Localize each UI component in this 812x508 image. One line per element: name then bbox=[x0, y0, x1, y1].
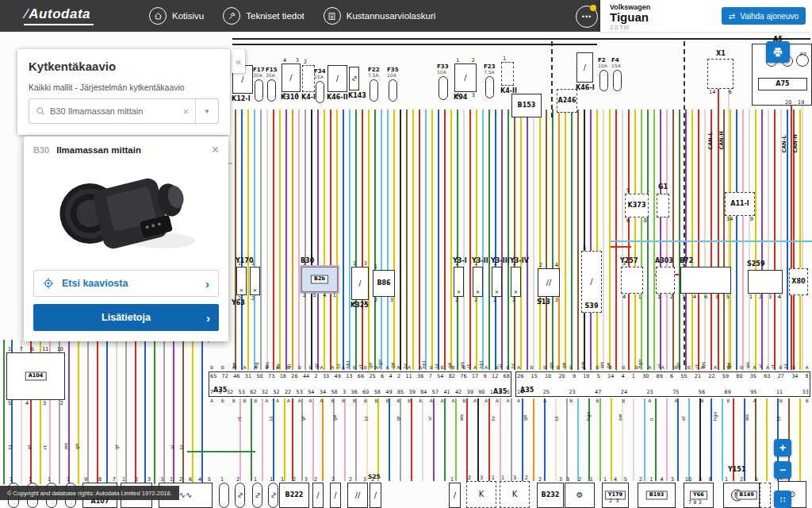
component-F2|10A[interactable]: F210A bbox=[599, 70, 608, 91]
component-ignition-coil-2[interactable]: 132K bbox=[500, 481, 530, 508]
component-F4|15A[interactable]: F415A bbox=[613, 70, 622, 91]
component-B153[interactable]: B153 bbox=[511, 94, 542, 117]
component-B30[interactable]: B3032541B2b bbox=[301, 267, 338, 292]
rly-symbol: ∕ bbox=[464, 74, 466, 82]
component-A303[interactable]: A30312 bbox=[656, 267, 675, 294]
component-connector-1[interactable]: 1 bbox=[219, 483, 229, 508]
component-K46-I[interactable]: K46-I∕ bbox=[576, 52, 593, 83]
diagram-label: gn bbox=[368, 362, 373, 368]
diagram-label: vi bbox=[498, 364, 503, 368]
component-K4-II[interactable]: K4-II1 bbox=[501, 62, 514, 86]
wire bbox=[666, 110, 668, 370]
pin-row: AABBBAABBABB bbox=[517, 398, 809, 403]
component-switch-1[interactable]: 2∕ bbox=[312, 483, 324, 508]
search-dropdown-icon[interactable]: ▼ bbox=[195, 99, 218, 123]
component-B72[interactable]: B72214635 bbox=[680, 267, 731, 294]
component-label: F3415A bbox=[314, 69, 326, 80]
component-ignition-coil-1[interactable]: 231K bbox=[466, 481, 496, 508]
component-X1[interactable]: 146 bbox=[707, 59, 733, 89]
component-F34|15A[interactable]: F3415A bbox=[316, 81, 324, 103]
diagram-label: sw bbox=[618, 414, 622, 421]
component-sensor-1[interactable]: 2∿ bbox=[235, 483, 245, 508]
component-A35[interactable]: A356572463150731826442334913662564211367… bbox=[209, 371, 511, 397]
component-K310[interactable]: K3104321∕ bbox=[282, 64, 301, 92]
component-label: A303 bbox=[655, 258, 673, 264]
diagram-label: br bbox=[403, 364, 408, 368]
pin-row: 132 bbox=[501, 475, 528, 481]
nav-item-technical[interactable]: Tekniset tiedot bbox=[223, 7, 304, 25]
component-K46-II[interactable]: K46-II∕ bbox=[327, 65, 347, 92]
component-K325[interactable]: K3251342∕ bbox=[351, 267, 369, 300]
component-K143[interactable]: K143∿ bbox=[349, 67, 359, 90]
component-A11-I[interactable]: A11-I349 bbox=[725, 192, 755, 216]
component-S25[interactable]: 2∕ bbox=[370, 483, 381, 508]
diagram-label: hgn bbox=[586, 412, 591, 421]
component-F17|30A[interactable]: F1730A bbox=[255, 79, 263, 102]
component-switch-4[interactable]: 1∕ bbox=[449, 483, 461, 508]
component-Y3-IV[interactable]: Y3-IV12× bbox=[511, 267, 521, 297]
wire bbox=[192, 340, 193, 484]
pin-row: 6572463150731826442334913662564211367548… bbox=[210, 374, 510, 379]
component-switch-3[interactable]: 23∕∕ bbox=[347, 483, 368, 508]
component-S259[interactable]: S2591234 bbox=[748, 270, 783, 294]
component-F23|7,5A[interactable]: F237,5A bbox=[485, 76, 494, 98]
wire bbox=[477, 398, 479, 481]
component-X80[interactable]: X80 bbox=[789, 268, 808, 295]
autodata-logo[interactable]: ∕Autodata bbox=[24, 6, 94, 25]
component-Y151[interactable]: 125B149M bbox=[723, 483, 760, 508]
clear-search-icon[interactable]: × bbox=[176, 106, 195, 117]
component-F33|10A[interactable]: F3310A bbox=[439, 76, 448, 100]
component-sublabel: B149 bbox=[736, 491, 757, 499]
component-K4-I[interactable]: K4-I2 bbox=[302, 65, 315, 92]
component-A246[interactable]: A246 bbox=[557, 89, 577, 113]
component-B232[interactable]: B23223 bbox=[537, 483, 564, 508]
component-A75[interactable]: A75 bbox=[758, 78, 807, 90]
component-Y170[interactable]: Y17012× bbox=[236, 267, 247, 295]
component-S39[interactable]: S3951∕ bbox=[581, 251, 602, 313]
wire bbox=[766, 398, 768, 481]
zoom-out-button[interactable]: − bbox=[774, 461, 791, 479]
component-B86[interactable]: B86123 bbox=[373, 270, 395, 297]
component-K94[interactable]: K941243∕ bbox=[454, 64, 477, 92]
component-A104[interactable]: 17611105432A104∕ bbox=[6, 352, 65, 400]
print-button[interactable] bbox=[766, 41, 790, 63]
change-vehicle-button[interactable]: ⇄ Vaihda ajoneuvo bbox=[722, 7, 806, 25]
nav-item-home[interactable]: Kotisivu bbox=[149, 7, 204, 25]
diagram-label: li bbox=[649, 418, 654, 421]
more-details-button[interactable]: Lisätietoja › bbox=[33, 304, 219, 331]
component-Y3-III[interactable]: Y3-III12× bbox=[492, 267, 502, 297]
wire bbox=[799, 398, 801, 481]
component-G1[interactable] bbox=[657, 194, 669, 217]
component-A35-right[interactable]: A352615102091951441308965521225980356327… bbox=[515, 371, 810, 397]
panel-collapse-button[interactable]: « bbox=[232, 49, 245, 73]
component-sensor-3[interactable]: 1∿ bbox=[268, 483, 278, 508]
diagram-label: rt bbox=[43, 445, 48, 449]
zoom-in-button[interactable]: + bbox=[774, 439, 791, 456]
wire bbox=[551, 41, 553, 117]
component-K373[interactable]: K373568 bbox=[625, 194, 649, 217]
diagram-label: gr bbox=[301, 416, 305, 421]
pin-row: 43 bbox=[456, 93, 475, 98]
component-Y3-I[interactable]: Y3-I12× bbox=[454, 267, 464, 297]
find-in-diagram-button[interactable]: Etsi kaaviosta › bbox=[33, 270, 219, 297]
component-connector-2[interactable] bbox=[760, 483, 771, 508]
component-F35|10A[interactable]: F3510A bbox=[389, 79, 397, 102]
logo-text: Autodata bbox=[29, 6, 90, 21]
component-throttle-actuator[interactable]: 321⚙ bbox=[565, 483, 595, 508]
component-B193[interactable]: 2143B193 bbox=[638, 483, 676, 508]
component-Y63[interactable]: 12× bbox=[250, 267, 260, 295]
pan-button[interactable]: ∷ bbox=[774, 491, 791, 508]
component-switch-2[interactable]: 2∕ bbox=[330, 483, 341, 508]
component-Y179[interactable]: 145Y179 bbox=[602, 483, 629, 508]
component-Y257[interactable]: Y257341 bbox=[621, 267, 643, 294]
close-icon[interactable]: × bbox=[212, 144, 219, 156]
component-S13[interactable]: S132413∕∕ bbox=[538, 268, 560, 297]
wire bbox=[336, 110, 338, 370]
component-F22|7,5A[interactable]: F227,5A bbox=[370, 79, 378, 102]
component-B222[interactable]: B222123 bbox=[279, 483, 309, 508]
component-F15|30A[interactable]: F1530A bbox=[267, 79, 276, 102]
component-Y3-II[interactable]: Y3-II12× bbox=[473, 267, 483, 297]
component-search-input[interactable]: B30 Ilmamassan mittain × ▼ bbox=[29, 98, 219, 124]
component-sensor-2[interactable]: 1∿ bbox=[252, 483, 262, 508]
nav-item-estimator[interactable]: Kustannusarviolaskuri bbox=[324, 7, 436, 25]
